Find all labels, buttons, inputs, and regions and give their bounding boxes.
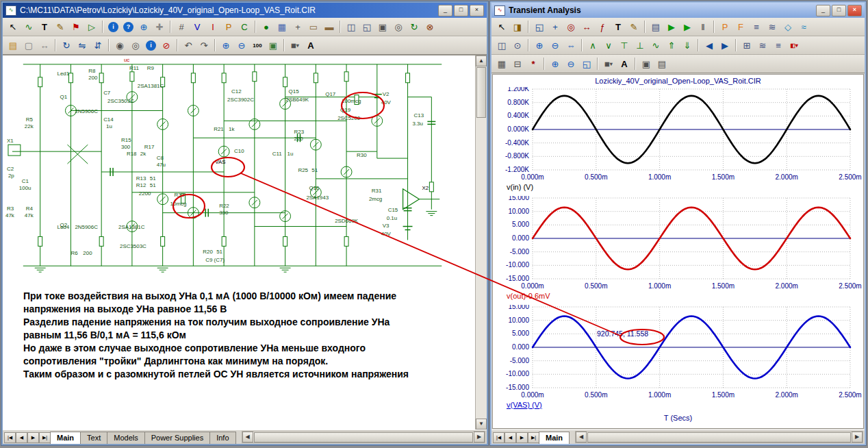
scroll-down-button[interactable]: ▼: [476, 419, 487, 430]
tab-nav-first[interactable]: |◀: [493, 432, 505, 443]
redraw-icon[interactable]: ↻: [407, 19, 422, 34]
browse-icon[interactable]: ⊕: [136, 19, 151, 34]
text-tool-icon[interactable]: T: [611, 19, 626, 34]
peak-icon[interactable]: ∧: [585, 38, 600, 53]
scroll-thumb[interactable]: [254, 432, 473, 443]
grid-icon[interactable]: ▦: [275, 19, 290, 34]
horizontal-scrollbar[interactable]: ◀▶: [242, 431, 485, 443]
zoom-out-icon[interactable]: ⊖: [234, 38, 249, 53]
color-menu-icon[interactable]: ◧▾: [787, 38, 802, 53]
zoom-select-icon[interactable]: ◱: [579, 56, 594, 71]
point-tag-icon[interactable]: ◎: [563, 19, 578, 34]
horizontal-scrollbar[interactable]: ◀▶: [575, 431, 863, 443]
title-block-icon[interactable]: ▬: [322, 19, 337, 34]
properties-p-icon[interactable]: P: [717, 19, 732, 34]
zoom-out-icon[interactable]: ⊖: [563, 56, 578, 71]
copy-picture-icon[interactable]: ▣: [375, 19, 390, 34]
tab-nav-last[interactable]: ▶|: [39, 432, 51, 443]
help-icon[interactable]: ?: [123, 22, 133, 32]
zoom-in-icon[interactable]: ⊕: [548, 56, 563, 71]
currents-icon[interactable]: I: [205, 19, 220, 34]
transient-titlebar[interactable]: ∿ Transient Analysis _□×: [492, 3, 865, 18]
tab-text[interactable]: Text: [80, 432, 107, 444]
exit-icon[interactable]: ⊗: [422, 19, 437, 34]
zoom-in-icon[interactable]: ⊕: [532, 38, 547, 53]
go-right-icon[interactable]: ▶: [717, 38, 732, 53]
minimize-button[interactable]: _: [438, 5, 452, 16]
wire-tool-icon[interactable]: ∿: [21, 19, 36, 34]
scroll-track[interactable]: [476, 66, 487, 419]
flip-icon[interactable]: ⇵: [90, 38, 105, 53]
close-button[interactable]: ×: [470, 5, 484, 16]
conditions-icon[interactable]: C: [237, 19, 252, 34]
tab-nav-next[interactable]: ▶: [27, 432, 39, 443]
scroll-left-button[interactable]: ◀: [242, 432, 253, 443]
periodic-icon[interactable]: ⊙: [510, 38, 525, 53]
global-low-icon[interactable]: ⇓: [680, 38, 695, 53]
find-next-icon[interactable]: ◎: [128, 38, 143, 53]
font-icon[interactable]: A: [617, 56, 632, 71]
numeric-output-icon[interactable]: ≡: [749, 19, 764, 34]
grid-dropdown-icon[interactable]: ▦▾: [601, 56, 616, 71]
buffer-icon[interactable]: ≈: [796, 19, 811, 34]
node-numbers-icon[interactable]: #: [174, 19, 189, 34]
text-tool-icon[interactable]: T: [37, 19, 52, 34]
grid-dropdown-icon[interactable]: ▦▾: [288, 38, 303, 53]
low-icon[interactable]: ⊥: [633, 38, 648, 53]
tab-power-supplies[interactable]: Power Supplies: [144, 432, 210, 444]
normalize-icon[interactable]: ⊟: [510, 56, 525, 71]
graphics-tool-icon[interactable]: ✎: [53, 19, 68, 34]
select-tool-icon[interactable]: ↖: [494, 19, 509, 34]
scroll-thumb[interactable]: [587, 432, 851, 443]
redo-icon[interactable]: ↷: [196, 38, 212, 53]
undo-icon[interactable]: ↶: [181, 38, 196, 53]
tab-nav-first[interactable]: |◀: [4, 432, 16, 443]
performance-tag-icon[interactable]: ƒ: [595, 19, 610, 34]
restore-button[interactable]: □: [832, 5, 846, 16]
align-cursors-icon[interactable]: ⊞: [739, 38, 754, 53]
global-high-icon[interactable]: ⇑: [664, 38, 679, 53]
tab-info[interactable]: Info: [209, 432, 235, 444]
schematic-titlebar[interactable]: ∿ C:\MC11\DATA\Petrov\Lozickiy\Lozickiy_…: [3, 3, 487, 18]
tab-nav-prev[interactable]: ◀: [16, 432, 27, 443]
tab-nav-next[interactable]: ▶: [516, 432, 528, 443]
info-mode-icon[interactable]: i: [146, 40, 156, 51]
pin-connections-icon[interactable]: ●: [259, 19, 274, 34]
pause-icon[interactable]: ‖: [695, 19, 711, 34]
cross-hair-icon[interactable]: +: [290, 19, 305, 34]
tab-main[interactable]: Main: [50, 432, 81, 444]
scroll-right-button[interactable]: ▶: [852, 432, 863, 443]
zoom-out-icon[interactable]: ⊖: [548, 38, 563, 53]
node-voltages-icon[interactable]: V: [190, 19, 205, 34]
scroll-thumb[interactable]: [476, 67, 486, 118]
horizontal-tag-icon[interactable]: ↔: [579, 19, 594, 34]
scroll-left-button[interactable]: ◀: [576, 432, 587, 443]
tab-nav-last[interactable]: ▶|: [528, 432, 539, 443]
autoscale-icon[interactable]: ⇔: [563, 38, 578, 53]
watch-icon[interactable]: ▤: [648, 19, 663, 34]
zoom-area-icon[interactable]: ◱: [359, 19, 374, 34]
schematic-canvas[interactable]: X1C22pR522kC1100uR447kR347kLed1Led4ucQ12…: [3, 55, 487, 430]
font-icon[interactable]: A: [303, 38, 318, 53]
paste-icon[interactable]: ▤: [654, 56, 669, 71]
scale-mode-icon[interactable]: ◱: [532, 19, 547, 34]
border-icon[interactable]: ▭: [306, 19, 321, 34]
zoom-in-icon[interactable]: ⊕: [218, 38, 233, 53]
zoom-100-icon[interactable]: 100: [250, 38, 265, 53]
minimize-button[interactable]: _: [816, 5, 830, 16]
go-left-icon[interactable]: ◀: [702, 38, 717, 53]
cursor-mode-icon[interactable]: +: [548, 19, 563, 34]
find-component-icon[interactable]: ◎: [391, 19, 406, 34]
vertical-scrollbar[interactable]: ▲ ▼: [475, 55, 487, 430]
run-again-icon[interactable]: ▶: [680, 19, 695, 34]
info-icon[interactable]: i: [108, 22, 118, 32]
valley-icon[interactable]: ∨: [601, 38, 616, 53]
graphics-tool-icon[interactable]: ✎: [626, 19, 641, 34]
waveform-list-icon[interactable]: ≋: [755, 38, 770, 53]
limits-f-icon[interactable]: F: [733, 19, 748, 34]
scroll-up-button[interactable]: ▲: [476, 55, 487, 66]
high-icon[interactable]: ⊤: [617, 38, 632, 53]
tab-main[interactable]: Main: [539, 432, 570, 444]
scroll-right-button[interactable]: ▶: [474, 432, 485, 443]
three-d-icon[interactable]: ◇: [780, 19, 795, 34]
